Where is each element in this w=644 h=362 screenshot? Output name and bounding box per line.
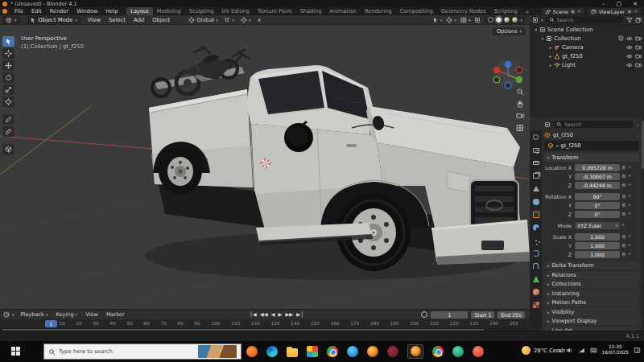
lock-icon[interactable] xyxy=(621,194,626,199)
title-bar[interactable]: * (Unsaved) - Blender 4.1 – ▢ ✕ xyxy=(0,0,644,7)
search-highlight-image[interactable] xyxy=(198,345,237,358)
properties-tab-scene[interactable] xyxy=(530,183,541,194)
lock-icon[interactable] xyxy=(621,174,626,179)
transform-panel-header[interactable]: ▾ Transform xyxy=(544,153,639,162)
tool-3d-cursor[interactable] xyxy=(2,48,14,59)
properties-section[interactable]: ▸Relations xyxy=(544,271,639,279)
properties-section[interactable]: ▸Delta Transform xyxy=(544,261,639,269)
xray-toggle[interactable] xyxy=(474,17,481,23)
viewport-menu[interactable]: Select xyxy=(105,17,130,23)
remove-view-layer-button[interactable]: ✕ xyxy=(634,9,638,14)
properties-tab-material[interactable] xyxy=(530,286,541,297)
tool-select-box[interactable] xyxy=(2,36,14,47)
scale-y-field[interactable]: 1.000 xyxy=(575,242,620,249)
properties-tab-output[interactable] xyxy=(530,158,541,168)
shading-mode-switch[interactable]: ▾ xyxy=(485,16,526,24)
workspace-tab-layout[interactable]: Layout xyxy=(126,7,152,15)
viewport-menu[interactable]: Add xyxy=(130,17,148,23)
view-layer-selector[interactable]: ViewLayer ▣ ✕ xyxy=(588,8,641,14)
animate-dot-icon[interactable]: • xyxy=(628,244,631,247)
taskbar-app-red[interactable] xyxy=(473,346,484,357)
new-scene-button[interactable]: ▣ xyxy=(571,9,575,14)
workspace-tab[interactable]: UV Editing xyxy=(218,7,254,15)
next-keyframe-icon[interactable]: ▶▶ xyxy=(285,311,293,318)
taskbar-app-paint3d[interactable] xyxy=(347,346,358,357)
shading-solid-icon[interactable] xyxy=(496,17,502,23)
rotation-mode-dropdown[interactable]: XYZ Euler▾ xyxy=(575,222,620,229)
topbar-menu[interactable]: File xyxy=(10,8,27,14)
hide-eye-icon[interactable] xyxy=(626,44,633,51)
properties-editor-type-icon[interactable] xyxy=(544,121,551,128)
properties-tab-render[interactable] xyxy=(530,145,541,155)
topbar-menu[interactable]: Render xyxy=(46,8,72,14)
rotation-z-field[interactable]: 0° xyxy=(575,211,620,218)
workspace-tab[interactable]: Rendering xyxy=(361,7,396,15)
frame-start-field[interactable]: Start 1 xyxy=(471,311,494,319)
animate-dot-icon[interactable]: • xyxy=(628,212,631,216)
workspace-tab[interactable]: Animation xyxy=(325,7,361,15)
lock-icon[interactable] xyxy=(621,234,626,239)
taskbar-app-chrome-2[interactable] xyxy=(432,346,444,357)
snap-dropdown[interactable]: ▾ xyxy=(224,17,234,23)
shading-material-icon[interactable] xyxy=(504,17,510,23)
frame-end-field[interactable]: End 250 xyxy=(497,311,525,319)
animate-dot-icon[interactable]: • xyxy=(628,183,631,187)
auto-keying-icon[interactable] xyxy=(421,311,427,318)
overlays-dropdown[interactable]: ▾ xyxy=(460,17,471,23)
start-button[interactable] xyxy=(11,347,21,356)
hide-eye-icon[interactable] xyxy=(626,35,633,42)
topbar-menu[interactable]: Edit xyxy=(27,8,46,14)
viewport-menu[interactable]: View xyxy=(84,17,105,23)
properties-tab-physics[interactable] xyxy=(530,248,541,258)
new-collection-icon[interactable] xyxy=(635,17,642,23)
minimize-button[interactable]: – xyxy=(602,1,605,7)
editor-type-dropdown[interactable]: ▾ xyxy=(2,16,20,24)
playhead[interactable]: 1 xyxy=(45,320,57,327)
rotation-y-field[interactable]: 0° xyxy=(575,202,620,209)
properties-section[interactable]: ▸Visibility xyxy=(544,308,639,316)
tool-scale[interactable] xyxy=(2,84,14,95)
timeline-menu-keying[interactable]: Keying ▾ xyxy=(52,311,82,318)
outliner-row-light[interactable]: ▸ Light xyxy=(530,60,644,69)
animate-dot-icon[interactable]: • xyxy=(628,204,631,207)
taskbar-app-browser-orange[interactable] xyxy=(246,346,258,357)
tray-expand-icon[interactable]: ∧ xyxy=(557,348,560,353)
properties-tab-view-layer[interactable] xyxy=(530,171,541,181)
outliner-row-camera[interactable]: ▸ Camera xyxy=(530,43,644,51)
exclude-checkbox-icon[interactable] xyxy=(618,35,624,41)
shading-rendered-icon[interactable] xyxy=(512,17,518,23)
timeline-ruler[interactable]: 1102030405060708090100110120130140150160… xyxy=(0,319,530,328)
3d-viewport[interactable]: User Perspective (1) Collection | gt_f25… xyxy=(0,25,530,309)
prev-keyframe-icon[interactable]: ◀◀ xyxy=(260,311,268,318)
taskbar-app-blender[interactable] xyxy=(367,346,378,357)
properties-tab-particles[interactable] xyxy=(530,235,541,245)
hide-eye-icon[interactable] xyxy=(626,62,633,68)
camera-view-icon[interactable] xyxy=(516,112,524,120)
object-name-field[interactable]: ▾ gt_f250 xyxy=(544,141,639,150)
properties-options-icon[interactable]: ⌄ xyxy=(636,122,639,127)
add-workspace-button[interactable]: + xyxy=(522,9,533,15)
transform-orientation-dropdown[interactable]: Global▾ xyxy=(188,17,217,23)
timeline-menu-view[interactable]: View xyxy=(81,311,102,318)
properties-section[interactable]: ▸Viewport Display xyxy=(544,317,639,325)
current-frame-field[interactable]: 1 xyxy=(431,311,468,319)
outliner-search-input[interactable]: Search xyxy=(546,16,624,23)
toggle-perspective-icon[interactable] xyxy=(516,124,524,132)
select-tool-dropdown[interactable]: ▾ xyxy=(432,17,443,23)
lock-icon[interactable] xyxy=(621,165,626,170)
timeline-editor-type-icon[interactable] xyxy=(3,311,10,318)
taskbar-clock[interactable]: 12:35 16/07/2025 xyxy=(602,344,629,356)
properties-section[interactable]: ▸Collections xyxy=(544,280,639,288)
play-reverse-icon[interactable]: ◀ xyxy=(271,311,275,318)
properties-tab-texture[interactable] xyxy=(530,299,541,310)
topbar-menu[interactable]: Window xyxy=(72,8,101,14)
hide-eye-icon[interactable] xyxy=(626,53,633,60)
lock-icon[interactable] xyxy=(621,252,626,257)
keyboard-icon[interactable] xyxy=(590,347,597,354)
tool-annotate[interactable] xyxy=(2,114,14,125)
taskbar-app-edge[interactable] xyxy=(266,346,278,357)
taskbar-app-teal[interactable] xyxy=(452,346,464,357)
blender-menu-icon[interactable] xyxy=(2,9,7,14)
expander-icon[interactable]: ▾ xyxy=(539,36,546,41)
tool-move[interactable] xyxy=(2,60,14,71)
